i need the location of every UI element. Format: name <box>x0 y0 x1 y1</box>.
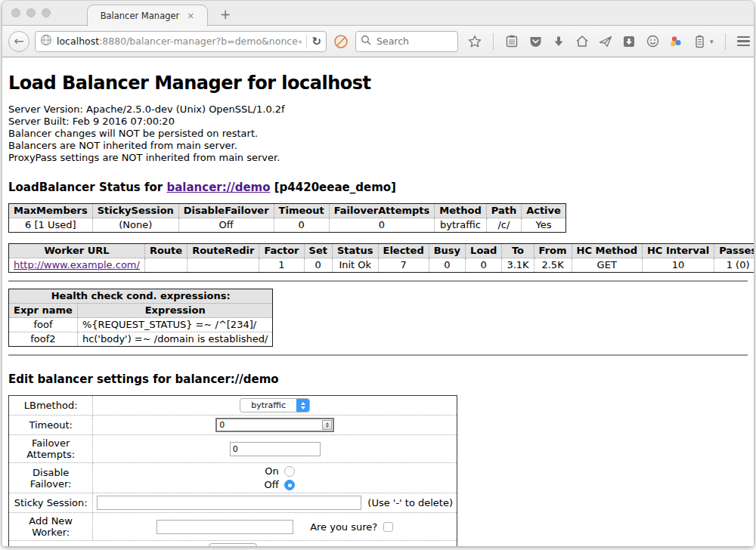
health-check-table: Health check cond. expressions: Expr nam… <box>8 289 273 347</box>
sticky-session-label: Sticky Session: <box>9 493 93 513</box>
bookmark-star-icon[interactable] <box>468 35 482 48</box>
tab-title: Balancer Manager <box>101 11 180 21</box>
health-title-row: Health check cond. expressions: <box>9 289 273 304</box>
home-icon[interactable] <box>575 35 589 48</box>
radio-on-label: On <box>265 465 278 477</box>
url-text: localhost:8880/balancer-manager?b=demo&n… <box>57 36 302 47</box>
page-title: Load Balancer Manager for localhost <box>8 73 748 94</box>
worker-header-row: Worker URL Route RouteRedir Factor Set S… <box>9 244 754 258</box>
sticky-session-row: Sticky Session: (Use '-' to delete) <box>9 493 457 513</box>
balancer-header-row: MaxMembers StickySession DisableFailover… <box>9 204 566 218</box>
reload-icon[interactable]: ↻ <box>311 35 321 48</box>
send-plane-icon[interactable] <box>599 35 612 48</box>
back-button[interactable]: ← <box>8 31 29 52</box>
server-built: Server Built: Feb 9 2016 07:00:20 <box>8 116 748 128</box>
balancer-summary-table: MaxMembers StickySession DisableFailover… <box>8 203 566 233</box>
screen: Balancer Manager × + ← localhost:8880/ba… <box>0 0 756 550</box>
chat-smiley-icon[interactable] <box>646 35 659 48</box>
minimize-window-button[interactable] <box>26 8 36 17</box>
add-worker-row: Add New Worker: Are you sure? <box>9 513 457 541</box>
window-controls[interactable] <box>11 8 51 17</box>
close-window-button[interactable] <box>11 8 20 17</box>
disable-failover-label: Disable Failover: <box>9 463 93 493</box>
divider <box>8 280 748 282</box>
downloads-icon[interactable] <box>552 35 565 48</box>
pocket-icon[interactable] <box>528 35 542 48</box>
failover-attempts-row: Failover Attempts: <box>9 435 457 463</box>
globe-icon <box>40 34 52 49</box>
worker-table: Worker URL Route RouteRedir Factor Set S… <box>8 243 754 273</box>
submit-row: Submit <box>9 541 457 547</box>
timeout-label: Timeout: <box>9 416 93 435</box>
server-version: Server Version: Apache/2.5.0-dev (Unix) … <box>8 104 748 116</box>
add-worker-label: Add New Worker: <box>9 513 93 541</box>
chevron-down-icon[interactable]: ▾ <box>710 38 714 45</box>
notice-proxypass: ProxyPass settings are NOT inherited fro… <box>8 152 748 164</box>
health-header-row: Expr name Expression <box>9 304 273 318</box>
lbmethod-select[interactable]: bytraffic <box>240 398 310 412</box>
radio-off-label: Off <box>264 479 278 490</box>
submit-button[interactable]: Submit <box>209 543 258 546</box>
browser-window: Balancer Manager × + ← localhost:8880/ba… <box>2 1 754 546</box>
number-spinner-icon[interactable] <box>322 420 332 430</box>
are-you-sure-checkbox[interactable] <box>383 522 393 532</box>
navigation-toolbar: ← localhost:8880/balancer-manager?b=demo… <box>2 26 754 57</box>
lbmethod-selected-value: bytraffic <box>240 399 296 412</box>
url-bar[interactable]: localhost:8880/balancer-manager?b=demo&n… <box>35 31 327 52</box>
disable-failover-off-radio[interactable] <box>284 480 295 490</box>
colored-dots-addon-icon[interactable] <box>669 35 683 48</box>
failover-attempts-label: Failover Attempts: <box>9 435 93 463</box>
sticky-session-hint: (Use '-' to delete) <box>367 497 453 508</box>
failover-attempts-input[interactable] <box>230 442 321 456</box>
new-tab-button[interactable]: + <box>220 7 231 22</box>
timeout-row: Timeout: <box>9 416 457 435</box>
url-host: localhost <box>57 36 99 47</box>
content-blocked-icon[interactable] <box>332 32 350 51</box>
edit-balancer-form: LBmethod: bytraffic Timeout: <box>8 395 457 546</box>
lbmethod-row: LBmethod: bytraffic <box>9 396 457 416</box>
container-battery-icon[interactable] <box>692 35 706 48</box>
tab-bar: Balancer Manager × + <box>2 1 754 26</box>
save-page-icon[interactable] <box>622 35 636 48</box>
tab-close-icon[interactable]: × <box>187 11 194 21</box>
notice-inherit: Balancers are NOT inherited from main se… <box>8 140 748 152</box>
balancer-data-row: 6 [1 Used] (None) Off 0 0 bytraffic /c/ … <box>9 218 566 233</box>
search-bar[interactable] <box>355 31 458 52</box>
back-arrow-icon: ← <box>14 34 23 48</box>
zoom-window-button[interactable] <box>42 8 51 17</box>
url-path: :8880/balancer-manager?b=demo&nonce=decc… <box>99 36 302 47</box>
search-input[interactable] <box>375 35 443 48</box>
disable-failover-on-radio[interactable] <box>284 466 295 477</box>
balancer-demo-link[interactable]: balancer://demo <box>166 181 270 194</box>
menu-hamburger-icon[interactable] <box>737 35 751 48</box>
tab-balancer-manager[interactable]: Balancer Manager × <box>87 5 208 26</box>
worker-data-row: http://www.example.com/ 1 0 Init Ok 7 0 … <box>9 258 754 273</box>
search-icon <box>361 34 371 48</box>
toolbar-icons: ▾ <box>468 33 754 50</box>
loadbalancer-status-heading: LoadBalancer Status for balancer://demo … <box>8 181 748 194</box>
edit-settings-heading: Edit balancer settings for balancer://de… <box>8 372 748 386</box>
health-row-foof: foof %{REQUEST_STATUS} =~ /^[234]/ <box>9 318 273 332</box>
divider <box>8 354 748 356</box>
add-worker-input[interactable] <box>156 520 293 534</box>
page-content: Load Balancer Manager for localhost Serv… <box>2 57 754 546</box>
sticky-session-input[interactable] <box>97 496 361 510</box>
timeout-input[interactable] <box>215 418 334 432</box>
disable-failover-row: Disable Failover: On Off <box>9 463 457 493</box>
health-row-foof2: foof2 hc('body') =~ /domain is establish… <box>9 332 273 347</box>
lbmethod-label: LBmethod: <box>9 396 93 416</box>
worker-url-link[interactable]: http://www.example.com/ <box>14 259 140 270</box>
reading-list-icon[interactable] <box>505 35 519 48</box>
select-stepper-icon <box>296 399 309 412</box>
notice-persist: Balancer changes will NOT be persisted o… <box>8 128 748 140</box>
are-you-sure-label: Are you sure? <box>310 521 377 533</box>
